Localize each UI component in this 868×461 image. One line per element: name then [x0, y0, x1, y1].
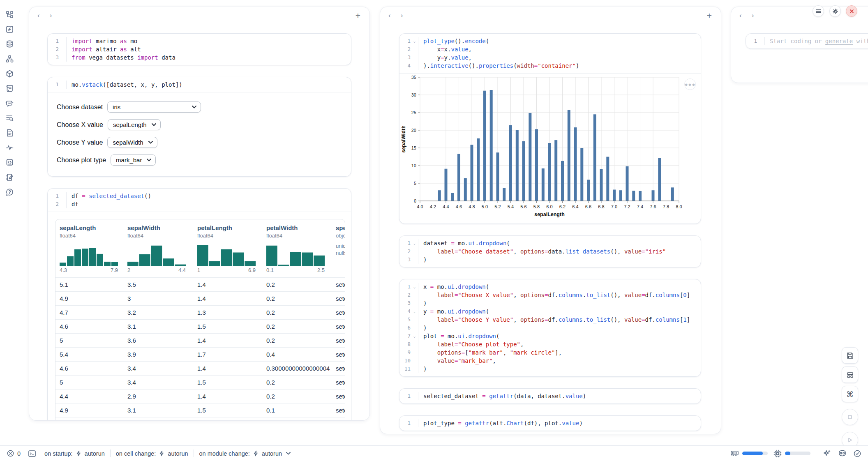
- code-line: y = mo.ui.dropdown(: [418, 307, 701, 316]
- notebook-icon: [5, 173, 14, 182]
- table-column-header: petalLengthfloat6416.9: [193, 224, 262, 273]
- zap-icon: [159, 450, 165, 456]
- sidebar-tracing-button[interactable]: [3, 141, 17, 154]
- fold-chevron-icon[interactable]: ⌄: [412, 239, 417, 247]
- layout-button[interactable]: [842, 366, 858, 383]
- column-max: 4.4: [178, 267, 186, 273]
- table-row[interactable]: 4.63.11.50.2setosa: [55, 319, 345, 333]
- sidebar-function-button[interactable]: [3, 23, 17, 35]
- help-icon: [5, 188, 14, 196]
- code-editor[interactable]: 1selected_dataset = getattr(data, datase…: [399, 389, 701, 403]
- dropdown-choose-dataset[interactable]: iris: [107, 101, 201, 113]
- svg-text:20: 20: [411, 128, 416, 133]
- column-name[interactable]: petalLength: [197, 224, 262, 231]
- sidebar-documentation-button[interactable]: [3, 127, 17, 139]
- terminal-icon[interactable]: [28, 449, 36, 458]
- dependency-graph-icon: [5, 55, 14, 63]
- code-editor[interactable]: 1⌄plot_type().encode(2 x=x.value,3 y=y.v…: [399, 34, 701, 73]
- code-editor[interactable]: 1import marimo as mo2import altair as al…: [48, 34, 351, 65]
- table-row[interactable]: 5.43.91.70.4setosa: [55, 347, 345, 361]
- table-row[interactable]: 4.42.91.40.2setosa: [55, 389, 345, 403]
- fold-chevron-icon[interactable]: ⌄: [412, 283, 417, 291]
- column-name[interactable]: petalWidth: [266, 224, 332, 231]
- column-min: 0.1: [266, 267, 274, 273]
- table-cell: 3.2: [123, 309, 193, 316]
- settings-button[interactable]: [829, 5, 841, 17]
- chevron-right-icon[interactable]: ›: [50, 12, 52, 19]
- runtime-config-2[interactable]: on cell change:autorun: [116, 450, 188, 457]
- table-cell: 5.1: [55, 281, 123, 288]
- runtime-config-1[interactable]: on startup:autorun: [44, 450, 105, 457]
- table-cell: 0.4: [262, 351, 332, 358]
- sidebar-logs-button[interactable]: [3, 112, 17, 124]
- code-editor[interactable]: 1⌄x = mo.ui.dropdown(2 label="Choose X v…: [399, 279, 701, 376]
- fold-chevron-icon[interactable]: ⌄: [412, 332, 417, 340]
- sidebar-file-tree-button[interactable]: [3, 8, 17, 21]
- table-column-header: speciesobjectunique:nulls:: [332, 224, 345, 273]
- dropdown-choose-y-value[interactable]: sepalWidth: [107, 137, 157, 148]
- chevron-right-icon[interactable]: ›: [752, 12, 754, 19]
- menu-button[interactable]: [813, 5, 824, 17]
- sidebar-chatbot-button[interactable]: [3, 97, 17, 109]
- table-row[interactable]: 4.931.40.2setosa: [55, 291, 345, 305]
- sidebar-package-button[interactable]: [3, 67, 17, 80]
- svg-text:5.4: 5.4: [508, 204, 514, 209]
- sidebar-database-button[interactable]: [3, 38, 17, 50]
- column-type: float64: [197, 233, 262, 239]
- keyboard-shortcuts-button[interactable]: ⌘: [842, 386, 858, 402]
- sidebar-help-button[interactable]: [3, 186, 17, 198]
- zap-icon: [76, 450, 82, 456]
- connected-check-icon[interactable]: [853, 449, 861, 458]
- shutdown-button[interactable]: [846, 5, 857, 17]
- bar-chart[interactable]: 4.04.24.44.64.85.05.25.45.65.86.06.26.46…: [399, 74, 701, 221]
- fold-chevron-icon[interactable]: ⌄: [412, 307, 417, 316]
- dropdown-choose-plot-type[interactable]: mark_bar: [111, 154, 156, 166]
- code-line: df: [66, 200, 351, 208]
- svg-text:5.2: 5.2: [494, 204, 501, 209]
- column-type: float64: [266, 233, 332, 239]
- add-cell-button[interactable]: +: [356, 11, 360, 20]
- code-editor[interactable]: 1 Start coding or generate with AI: [746, 34, 868, 48]
- sidebar-snippets-button[interactable]: [3, 156, 17, 168]
- code-editor[interactable]: 1plot_type = getattr(alt.Chart(df), plot…: [399, 416, 701, 431]
- add-cell-button[interactable]: +: [707, 11, 712, 20]
- copilot-icon[interactable]: [838, 449, 847, 458]
- chevron-left-icon[interactable]: ‹: [37, 12, 40, 19]
- table-row[interactable]: 53.41.50.2setosa: [55, 375, 345, 389]
- errors-icon[interactable]: [7, 449, 14, 457]
- fold-chevron-icon[interactable]: ⌄: [412, 37, 417, 45]
- table-row[interactable]: 4.93.11.50.1setosa: [55, 403, 345, 417]
- fold-gutter: [412, 256, 417, 264]
- sparkle-ai-icon[interactable]: [823, 449, 831, 458]
- dataframe-output: sepalLengthfloat644.37.9sepalWidthfloat6…: [48, 212, 351, 421]
- sidebar-scratchpad-button[interactable]: [3, 82, 17, 95]
- column-name[interactable]: species: [336, 224, 345, 231]
- table-row[interactable]: 4.73.21.30.2setosa: [55, 305, 345, 319]
- dropdown-choose-x-value[interactable]: sepalLength: [108, 119, 161, 130]
- code-editor[interactable]: 1df = selected_dataset()2df: [48, 189, 351, 212]
- chevron-right-icon[interactable]: ›: [401, 12, 403, 19]
- sidebar-notebook-button[interactable]: [3, 171, 17, 183]
- table-cell: 4.9: [55, 295, 123, 302]
- table-cell: 3: [123, 295, 193, 302]
- generate-link[interactable]: generate: [825, 38, 853, 44]
- chevron-left-icon[interactable]: ‹: [739, 12, 742, 19]
- column-name[interactable]: sepalWidth: [127, 224, 193, 231]
- column-name[interactable]: sepalLength: [60, 224, 123, 231]
- code-editor[interactable]: 1mo.vstack([dataset, x, y, plot]): [48, 77, 351, 92]
- sidebar-dependency-graph-button[interactable]: [3, 53, 17, 65]
- code-editor[interactable]: 1⌄dataset = mo.ui.dropdown(2 label="Choo…: [399, 236, 701, 267]
- fold-gutter: [412, 392, 417, 400]
- stop-button[interactable]: [842, 409, 858, 425]
- fold-gutter: [60, 200, 65, 208]
- save-button[interactable]: [842, 347, 858, 364]
- chevron-left-icon[interactable]: ‹: [388, 12, 391, 19]
- chart-menu-button[interactable]: ●●●: [684, 78, 696, 90]
- table-row[interactable]: 53.61.40.2setosa: [55, 333, 345, 347]
- chart-output[interactable]: 4.04.24.44.64.85.05.25.45.65.86.06.26.46…: [399, 73, 701, 224]
- table-cell: 1.5: [193, 323, 262, 330]
- table-row[interactable]: 5.13.51.40.2setosa: [55, 277, 345, 291]
- cell-xy-plot-dropdowns: 1⌄x = mo.ui.dropdown(2 label="Choose X v…: [399, 279, 701, 377]
- table-row[interactable]: 4.63.41.40.30000000000000004setosa: [55, 361, 345, 375]
- runtime-config-3[interactable]: on module change:autorun: [199, 450, 291, 457]
